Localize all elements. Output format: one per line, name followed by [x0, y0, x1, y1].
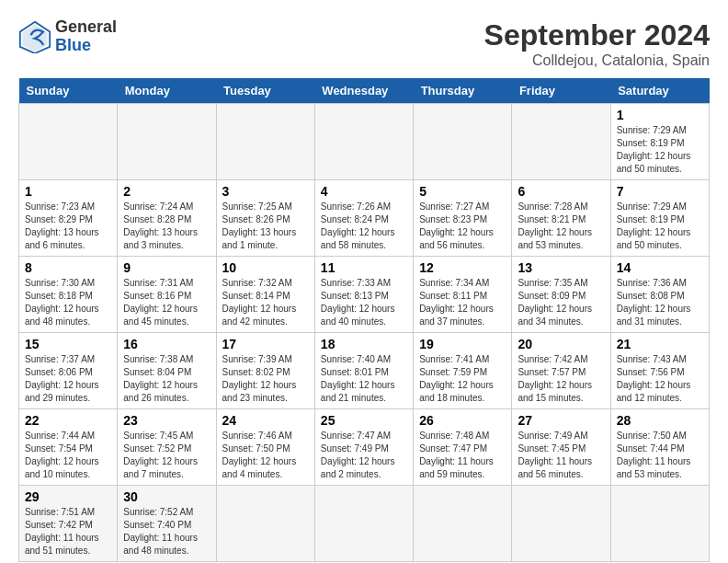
calendar-cell	[414, 486, 512, 562]
calendar-week-row: 1 Sunrise: 7:29 AMSunset: 8:19 PMDayligh…	[19, 104, 710, 180]
day-number: 27	[518, 413, 604, 428]
day-info: Sunrise: 7:28 AMSunset: 8:21 PMDaylight:…	[518, 201, 592, 250]
calendar-cell: 24 Sunrise: 7:46 AMSunset: 7:50 PMDaylig…	[216, 409, 314, 486]
day-info: Sunrise: 7:29 AMSunset: 8:19 PMDaylight:…	[617, 201, 691, 250]
day-info: Sunrise: 7:37 AMSunset: 8:06 PMDaylight:…	[25, 354, 99, 403]
day-number: 11	[321, 260, 407, 275]
day-info: Sunrise: 7:34 AMSunset: 8:11 PMDaylight:…	[419, 278, 494, 327]
day-info: Sunrise: 7:49 AMSunset: 7:45 PMDaylight:…	[518, 431, 592, 479]
logo-text: General Blue	[55, 18, 117, 55]
calendar-cell: 15 Sunrise: 7:37 AMSunset: 8:06 PMDaylig…	[19, 333, 118, 409]
calendar-header-row: SundayMondayTuesdayWednesdayThursdayFrid…	[19, 78, 710, 104]
day-number: 12	[419, 260, 506, 275]
calendar-week-row: 22 Sunrise: 7:44 AMSunset: 7:54 PMDaylig…	[19, 409, 710, 486]
day-info: Sunrise: 7:35 AMSunset: 8:09 PMDaylight:…	[518, 278, 592, 327]
calendar-cell	[314, 104, 413, 180]
calendar-cell: 18 Sunrise: 7:40 AMSunset: 8:01 PMDaylig…	[314, 333, 413, 409]
day-info: Sunrise: 7:29 AMSunset: 8:19 PMDaylight:…	[617, 125, 691, 174]
day-number: 17	[222, 337, 309, 351]
calendar-cell: 30 Sunrise: 7:52 AMSunset: 7:40 PMDaylig…	[118, 486, 216, 562]
day-number: 3	[222, 184, 309, 199]
calendar-cell: 23 Sunrise: 7:45 AMSunset: 7:52 PMDaylig…	[118, 409, 216, 486]
calendar-cell	[314, 486, 413, 562]
day-info: Sunrise: 7:41 AMSunset: 7:59 PMDaylight:…	[419, 354, 494, 403]
calendar-cell: 5 Sunrise: 7:27 AMSunset: 8:23 PMDayligh…	[414, 180, 512, 257]
day-number: 15	[25, 337, 111, 351]
calendar-week-row: 1 Sunrise: 7:23 AMSunset: 8:29 PMDayligh…	[19, 180, 710, 257]
day-info: Sunrise: 7:46 AMSunset: 7:50 PMDaylight:…	[222, 431, 297, 479]
day-number: 30	[123, 489, 210, 504]
day-info: Sunrise: 7:30 AMSunset: 8:18 PMDaylight:…	[25, 278, 99, 327]
calendar-cell: 11 Sunrise: 7:33 AMSunset: 8:13 PMDaylig…	[314, 257, 413, 333]
day-number: 20	[518, 337, 604, 351]
calendar-cell: 28 Sunrise: 7:50 AMSunset: 7:44 PMDaylig…	[610, 409, 709, 486]
column-header-saturday: Saturday	[610, 78, 709, 104]
calendar-cell: 13 Sunrise: 7:35 AMSunset: 8:09 PMDaylig…	[512, 257, 610, 333]
day-number: 29	[25, 489, 111, 504]
calendar-cell: 26 Sunrise: 7:48 AMSunset: 7:47 PMDaylig…	[414, 409, 512, 486]
title-block: September 2024 Colldejou, Catalonia, Spa…	[484, 18, 710, 69]
day-number: 22	[25, 413, 111, 428]
day-info: Sunrise: 7:48 AMSunset: 7:47 PMDaylight:…	[419, 431, 494, 479]
calendar-cell: 7 Sunrise: 7:29 AMSunset: 8:19 PMDayligh…	[610, 180, 709, 257]
calendar-cell: 10 Sunrise: 7:32 AMSunset: 8:14 PMDaylig…	[216, 257, 314, 333]
day-number: 28	[617, 413, 703, 428]
calendar-cell: 19 Sunrise: 7:41 AMSunset: 7:59 PMDaylig…	[414, 333, 512, 409]
calendar-cell	[512, 104, 610, 180]
calendar-cell: 12 Sunrise: 7:34 AMSunset: 8:11 PMDaylig…	[414, 257, 512, 333]
calendar-cell: 9 Sunrise: 7:31 AMSunset: 8:16 PMDayligh…	[118, 257, 216, 333]
day-number: 18	[321, 337, 407, 351]
calendar-cell: 17 Sunrise: 7:39 AMSunset: 8:02 PMDaylig…	[216, 333, 314, 409]
calendar-cell: 21 Sunrise: 7:43 AMSunset: 7:56 PMDaylig…	[610, 333, 709, 409]
calendar-cell	[216, 104, 314, 180]
day-info: Sunrise: 7:24 AMSunset: 8:28 PMDaylight:…	[123, 201, 198, 250]
day-number: 13	[518, 260, 604, 275]
calendar-cell: 6 Sunrise: 7:28 AMSunset: 8:21 PMDayligh…	[512, 180, 610, 257]
day-info: Sunrise: 7:45 AMSunset: 7:52 PMDaylight:…	[123, 431, 198, 479]
column-header-wednesday: Wednesday	[314, 78, 413, 104]
calendar-cell	[118, 104, 216, 180]
day-info: Sunrise: 7:51 AMSunset: 7:42 PMDaylight:…	[25, 507, 99, 556]
calendar-cell	[512, 486, 610, 562]
calendar-cell: 1 Sunrise: 7:23 AMSunset: 8:29 PMDayligh…	[19, 180, 118, 257]
day-number: 10	[222, 260, 309, 275]
day-number: 6	[518, 184, 604, 199]
column-header-tuesday: Tuesday	[216, 78, 314, 104]
day-info: Sunrise: 7:27 AMSunset: 8:23 PMDaylight:…	[419, 201, 494, 250]
calendar-cell	[414, 104, 512, 180]
day-info: Sunrise: 7:38 AMSunset: 8:04 PMDaylight:…	[123, 354, 198, 403]
day-info: Sunrise: 7:42 AMSunset: 7:57 PMDaylight:…	[518, 354, 592, 403]
day-number: 23	[123, 413, 210, 428]
calendar-week-row: 15 Sunrise: 7:37 AMSunset: 8:06 PMDaylig…	[19, 333, 710, 409]
column-header-monday: Monday	[118, 78, 216, 104]
calendar-cell	[19, 104, 118, 180]
month-title: September 2024	[484, 18, 710, 52]
day-info: Sunrise: 7:52 AMSunset: 7:40 PMDaylight:…	[123, 507, 198, 556]
location-title: Colldejou, Catalonia, Spain	[484, 52, 710, 69]
day-number: 26	[419, 413, 506, 428]
page-header: General Blue September 2024 Colldejou, C…	[18, 18, 710, 69]
day-info: Sunrise: 7:47 AMSunset: 7:49 PMDaylight:…	[321, 431, 395, 479]
calendar-week-row: 29 Sunrise: 7:51 AMSunset: 7:42 PMDaylig…	[19, 486, 710, 562]
calendar-week-row: 8 Sunrise: 7:30 AMSunset: 8:18 PMDayligh…	[19, 257, 710, 333]
calendar-cell: 16 Sunrise: 7:38 AMSunset: 8:04 PMDaylig…	[118, 333, 216, 409]
column-header-thursday: Thursday	[414, 78, 512, 104]
calendar-cell: 8 Sunrise: 7:30 AMSunset: 8:18 PMDayligh…	[19, 257, 118, 333]
calendar-cell: 29 Sunrise: 7:51 AMSunset: 7:42 PMDaylig…	[19, 486, 118, 562]
day-number: 19	[419, 337, 506, 351]
day-info: Sunrise: 7:43 AMSunset: 7:56 PMDaylight:…	[617, 354, 691, 403]
calendar-cell: 1 Sunrise: 7:29 AMSunset: 8:19 PMDayligh…	[610, 104, 709, 180]
day-number: 5	[419, 184, 506, 199]
day-number: 16	[123, 337, 210, 351]
day-number: 24	[222, 413, 309, 428]
calendar-cell: 25 Sunrise: 7:47 AMSunset: 7:49 PMDaylig…	[314, 409, 413, 486]
calendar-cell	[216, 486, 314, 562]
day-info: Sunrise: 7:40 AMSunset: 8:01 PMDaylight:…	[321, 354, 395, 403]
calendar-cell: 4 Sunrise: 7:26 AMSunset: 8:24 PMDayligh…	[314, 180, 413, 257]
day-info: Sunrise: 7:39 AMSunset: 8:02 PMDaylight:…	[222, 354, 297, 403]
day-info: Sunrise: 7:33 AMSunset: 8:13 PMDaylight:…	[321, 278, 395, 327]
calendar-cell: 2 Sunrise: 7:24 AMSunset: 8:28 PMDayligh…	[118, 180, 216, 257]
day-number: 7	[617, 184, 703, 199]
calendar-cell	[610, 486, 709, 562]
day-number: 25	[321, 413, 407, 428]
